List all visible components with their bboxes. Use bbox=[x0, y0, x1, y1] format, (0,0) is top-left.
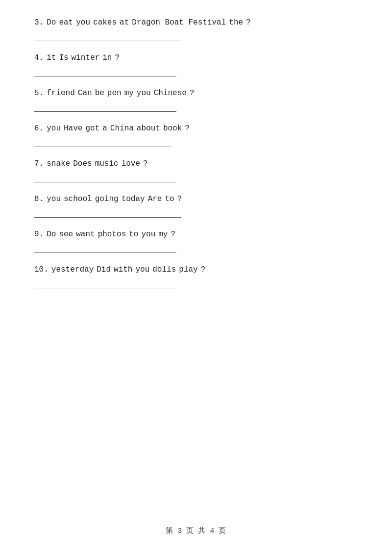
word-3-6: Chinese bbox=[154, 85, 187, 101]
answer-line-1[interactable] bbox=[34, 32, 181, 41]
question-line-1: 3.DoeatyoucakesatDragon Boat Festivalthe… bbox=[34, 15, 358, 30]
question-block-4: 6.youHavegotaChinaaboutbook? bbox=[34, 121, 358, 147]
word-3-3: pen bbox=[107, 85, 122, 101]
word-4-1: Have bbox=[64, 121, 82, 136]
word-3-1: Can bbox=[78, 85, 92, 101]
word-7-7: ? bbox=[171, 227, 175, 242]
word-3-2: be bbox=[95, 85, 104, 101]
answer-line-8[interactable] bbox=[34, 279, 176, 288]
question-number-5: 7. bbox=[34, 156, 44, 172]
word-3-7: ? bbox=[190, 85, 195, 101]
word-2-3: in bbox=[102, 50, 112, 66]
word-1-3: cakes bbox=[93, 15, 117, 30]
question-line-5: 7.snakeDoesmusiclove? bbox=[34, 156, 358, 172]
word-8-3: you bbox=[135, 262, 149, 278]
question-line-7: 9.Doseewantphotostoyoumy? bbox=[34, 227, 358, 242]
word-3-0: friend bbox=[47, 85, 75, 101]
word-4-2: got bbox=[85, 121, 99, 136]
word-6-0: you bbox=[47, 191, 61, 207]
question-number-8: 10. bbox=[34, 262, 49, 278]
word-3-5: you bbox=[137, 85, 151, 101]
question-number-7: 9. bbox=[34, 227, 44, 242]
question-line-8: 10.yesterdayDidwithyoudollsplay? bbox=[34, 262, 358, 278]
answer-line-6[interactable] bbox=[34, 209, 181, 218]
word-6-3: today bbox=[122, 191, 145, 207]
word-4-5: about bbox=[137, 121, 160, 136]
question-number-3: 5. bbox=[34, 85, 44, 101]
word-4-6: book bbox=[163, 121, 182, 136]
question-block-1: 3.DoeatyoucakesatDragon Boat Festivalthe… bbox=[34, 15, 358, 41]
question-block-5: 7.snakeDoesmusiclove? bbox=[34, 156, 358, 182]
word-5-4: ? bbox=[143, 156, 148, 172]
question-block-8: 10.yesterdayDidwithyoudollsplay? bbox=[34, 262, 358, 288]
word-8-0: yesterday bbox=[51, 262, 94, 278]
word-1-0: Do bbox=[47, 15, 56, 30]
word-1-1: eat bbox=[59, 15, 73, 30]
question-line-3: 5.friendCanbepenmyyouChinese? bbox=[34, 85, 358, 101]
word-7-0: Do bbox=[47, 227, 56, 242]
word-7-6: my bbox=[158, 227, 168, 242]
word-7-3: photos bbox=[98, 227, 126, 242]
word-4-3: a bbox=[102, 121, 107, 136]
question-block-6: 8.youschoolgoingtodayAreto? bbox=[34, 191, 358, 218]
word-8-1: Did bbox=[97, 262, 111, 278]
word-1-5: Dragon Boat Festival bbox=[132, 15, 226, 30]
word-7-5: you bbox=[141, 227, 155, 242]
word-6-2: going bbox=[95, 191, 119, 207]
word-8-6: ? bbox=[201, 262, 206, 278]
word-3-4: my bbox=[124, 85, 134, 101]
word-2-2: winter bbox=[72, 50, 100, 66]
question-block-2: 4.itIswinterin? bbox=[34, 50, 358, 76]
question-block-3: 5.friendCanbepenmyyouChinese? bbox=[34, 85, 358, 112]
word-1-7: ? bbox=[246, 15, 251, 30]
word-6-6: ? bbox=[177, 191, 182, 207]
page-footer: 第 3 页 共 4 页 bbox=[0, 526, 392, 535]
word-5-0: snake bbox=[47, 156, 70, 172]
word-5-3: love bbox=[122, 156, 140, 172]
word-1-6: the bbox=[229, 15, 243, 30]
word-8-2: with bbox=[114, 262, 132, 278]
word-5-2: music bbox=[95, 156, 119, 172]
word-1-4: at bbox=[120, 15, 129, 30]
page-content: 3.DoeatyoucakesatDragon Boat Festivalthe… bbox=[0, 0, 392, 336]
word-2-1: Is bbox=[59, 50, 68, 66]
word-8-4: dolls bbox=[152, 262, 176, 278]
answer-line-2[interactable] bbox=[34, 68, 176, 76]
word-7-2: want bbox=[76, 227, 95, 242]
word-2-0: it bbox=[47, 50, 56, 66]
word-7-4: to bbox=[129, 227, 138, 242]
word-2-4: ? bbox=[115, 50, 120, 66]
question-line-4: 6.youHavegotaChinaaboutbook? bbox=[34, 121, 358, 136]
word-6-4: Are bbox=[148, 191, 162, 207]
question-number-1: 3. bbox=[34, 15, 44, 30]
question-block-7: 9.Doseewantphotostoyoumy? bbox=[34, 227, 358, 253]
answer-line-5[interactable] bbox=[34, 174, 176, 182]
question-line-6: 8.youschoolgoingtodayAreto? bbox=[34, 191, 358, 207]
word-7-1: see bbox=[59, 227, 73, 242]
answer-line-4[interactable] bbox=[34, 138, 172, 147]
word-6-5: to bbox=[165, 191, 174, 207]
word-4-4: China bbox=[110, 121, 134, 136]
word-6-1: school bbox=[64, 191, 92, 207]
question-number-6: 8. bbox=[34, 191, 44, 207]
answer-line-7[interactable] bbox=[34, 244, 176, 253]
word-1-2: you bbox=[76, 15, 90, 30]
word-4-7: ? bbox=[185, 121, 190, 136]
word-5-1: Does bbox=[73, 156, 92, 172]
answer-line-3[interactable] bbox=[34, 103, 176, 112]
question-number-2: 4. bbox=[34, 50, 44, 66]
question-number-4: 6. bbox=[34, 121, 44, 136]
word-4-0: you bbox=[47, 121, 61, 136]
question-line-2: 4.itIswinterin? bbox=[34, 50, 358, 66]
word-8-5: play bbox=[179, 262, 197, 278]
